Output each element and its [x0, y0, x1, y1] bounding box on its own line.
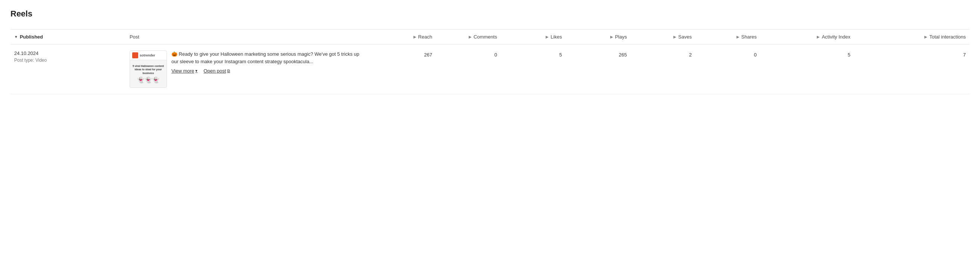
brand-name: sotrender: [140, 53, 155, 57]
cell-shares: 0: [695, 45, 760, 94]
shares-sort-icon: ▶: [737, 35, 740, 39]
col-header-reach[interactable]: ▶ Reach: [371, 30, 436, 45]
table-header-row: ▼ Published Post ▶ Reach: [10, 30, 970, 45]
sort-arrow-icon: ▼: [14, 35, 18, 39]
col-header-activity-index[interactable]: ▶ Activity Index: [760, 30, 854, 45]
comments-sort-icon: ▶: [469, 35, 472, 39]
post-date: 24.10.2024: [14, 51, 122, 56]
col-header-comments[interactable]: ▶ Comments: [436, 30, 501, 45]
brand-logo-icon: [132, 52, 138, 58]
post-content-col: sotrender 5 viral Halloween content idea…: [130, 51, 367, 88]
reels-table: ▼ Published Post ▶ Reach: [10, 29, 970, 94]
cell-comments: 0: [436, 45, 501, 94]
cell-activity-index: 5: [760, 45, 854, 94]
cell-published: 24.10.2024 Post type: Video: [10, 45, 126, 94]
cell-saves: 2: [630, 45, 695, 94]
cell-post: sotrender 5 viral Halloween content idea…: [126, 45, 371, 94]
cell-plays: 265: [566, 45, 631, 94]
likes-sort-icon: ▶: [546, 35, 549, 39]
saves-sort-icon: ▶: [673, 35, 676, 39]
post-thumbnail: sotrender 5 viral Halloween content idea…: [130, 51, 167, 88]
post-type-label: Post type: Video: [14, 58, 122, 63]
view-more-link[interactable]: View more ▾: [172, 68, 197, 74]
col-header-likes[interactable]: ▶ Likes: [501, 30, 566, 45]
page-container: Reels ▼ Published Post: [0, 0, 980, 267]
table-wrapper: ▼ Published Post ▶ Reach: [10, 29, 970, 94]
col-header-shares[interactable]: ▶ Shares: [695, 30, 760, 45]
post-actions: View more ▾ Open post ⧉: [172, 68, 367, 74]
post-text: 🎃 Ready to give your Halloween marketing…: [172, 51, 367, 65]
thumbnail-text: 5 viral Halloween content ideas to steal…: [132, 64, 165, 74]
page-title: Reels: [10, 9, 970, 19]
view-more-arrow-icon: ▾: [195, 69, 197, 73]
col-header-total-interactions[interactable]: ▶ Total interactions: [854, 30, 970, 45]
cell-total-interactions: 7: [854, 45, 970, 94]
open-post-link[interactable]: Open post ⧉: [204, 68, 230, 74]
activity-index-sort-icon: ▶: [817, 35, 820, 39]
thumbnail-ghosts-icon: 👻👻👻: [137, 76, 159, 83]
total-interactions-sort-icon: ▶: [924, 35, 928, 39]
cell-reach: 267: [371, 45, 436, 94]
thumbnail-brand-bar: sotrender: [130, 51, 167, 60]
col-header-plays[interactable]: ▶ Plays: [566, 30, 631, 45]
col-header-published[interactable]: ▼ Published: [10, 30, 126, 45]
plays-sort-icon: ▶: [610, 35, 613, 39]
reach-sort-icon: ▶: [414, 35, 417, 39]
cell-likes: 5: [501, 45, 566, 94]
post-text-section: 🎃 Ready to give your Halloween marketing…: [172, 51, 367, 88]
thumbnail-content: 5 viral Halloween content ideas to steal…: [130, 60, 167, 88]
col-header-post: Post: [126, 30, 371, 45]
external-link-icon: ⧉: [227, 69, 230, 73]
col-header-saves[interactable]: ▶ Saves: [630, 30, 695, 45]
table-row: 24.10.2024 Post type: Video sotrender: [10, 45, 970, 94]
